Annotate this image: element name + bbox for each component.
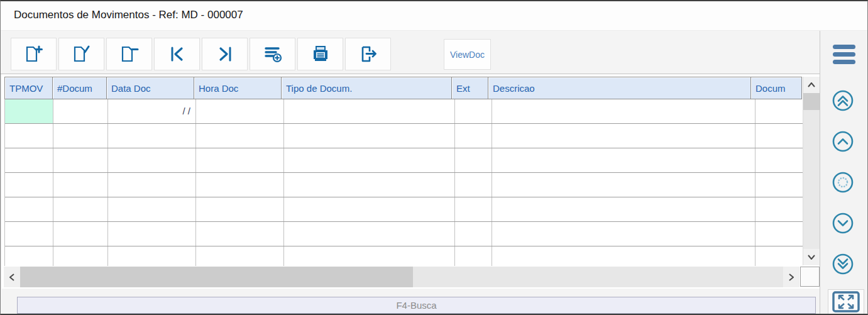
status-hint: F4-Busca <box>396 300 436 311</box>
table-cell[interactable] <box>5 197 53 221</box>
table-cell[interactable] <box>284 246 455 266</box>
column-header-data-doc[interactable]: Data Doc <box>106 77 194 99</box>
horizontal-scrollbar[interactable] <box>4 267 799 287</box>
table-cell[interactable] <box>53 99 108 123</box>
column-header-descricao[interactable]: Descricao <box>488 77 751 99</box>
table-cell[interactable] <box>492 222 755 246</box>
document-minus-icon <box>119 45 140 64</box>
scroll-current-button[interactable] <box>832 171 854 194</box>
scroll-previous-button[interactable] <box>832 130 854 153</box>
table-cell[interactable] <box>755 124 803 148</box>
table-row <box>5 148 803 173</box>
menu-button[interactable] <box>825 37 863 71</box>
add-list-button[interactable] <box>250 38 295 70</box>
table-cell[interactable] <box>284 124 455 148</box>
table-cell[interactable] <box>755 197 803 221</box>
delete-document-button[interactable] <box>106 38 152 70</box>
table-cell[interactable] <box>5 246 53 266</box>
viewdoc-button[interactable]: ViewDoc <box>444 39 491 70</box>
table-cell[interactable] <box>455 222 492 246</box>
column-header-tipo-de-docum-[interactable]: Tipo de Docum. <box>281 77 452 99</box>
table-cell[interactable] <box>196 124 284 148</box>
table-cell[interactable] <box>284 173 455 197</box>
table-cell[interactable] <box>455 124 492 148</box>
vertical-scrollbar-thumb[interactable] <box>803 93 820 110</box>
table-cell[interactable] <box>196 197 284 221</box>
table-cell[interactable] <box>455 99 492 123</box>
table-cell[interactable] <box>196 99 284 123</box>
table-cell[interactable] <box>284 99 455 123</box>
table-cell[interactable] <box>108 173 196 197</box>
toolbar: ViewDoc <box>1 31 867 74</box>
table-cell[interactable] <box>284 197 455 221</box>
table-cell[interactable] <box>492 173 755 197</box>
table-cell[interactable] <box>492 246 755 266</box>
scroll-last-button[interactable] <box>832 253 854 275</box>
column-header-ext[interactable]: Ext <box>451 77 488 99</box>
scroll-left-arrow-icon[interactable] <box>4 267 20 287</box>
table-cell[interactable] <box>492 197 755 221</box>
table-cell[interactable] <box>5 148 53 172</box>
table-cell[interactable] <box>108 124 196 148</box>
table-cell[interactable] <box>755 246 803 266</box>
last-record-icon <box>216 45 234 63</box>
table-cell[interactable] <box>755 173 803 197</box>
table-cell[interactable] <box>5 99 53 123</box>
edit-document-button[interactable] <box>58 38 104 70</box>
table-cell[interactable] <box>755 99 803 123</box>
table-cell[interactable] <box>492 124 755 148</box>
exit-button[interactable] <box>345 38 391 70</box>
toolbar-button-group <box>11 38 391 70</box>
table-cell[interactable] <box>5 124 53 148</box>
table-cell[interactable] <box>755 222 803 246</box>
column-header-docum[interactable]: Docum <box>750 77 802 99</box>
scroll-next-button[interactable] <box>832 212 854 235</box>
table-cell[interactable] <box>284 148 455 172</box>
scroll-right-arrow-icon[interactable] <box>783 267 799 287</box>
document-plus-icon <box>23 45 45 64</box>
table-cell[interactable] <box>455 246 492 266</box>
table-cell[interactable] <box>755 148 803 172</box>
table-cell[interactable] <box>5 222 53 246</box>
table-cell[interactable] <box>492 99 755 123</box>
table-cell[interactable] <box>108 148 196 172</box>
table-cell[interactable] <box>53 197 108 221</box>
table-cell[interactable] <box>284 222 455 246</box>
hamburger-menu-icon <box>833 45 855 49</box>
table-cell[interactable] <box>53 148 108 172</box>
scroll-down-arrow-icon[interactable] <box>803 249 820 265</box>
expand-window-button[interactable] <box>828 289 864 314</box>
scroll-first-button[interactable] <box>832 89 854 112</box>
horizontal-scrollbar-thumb[interactable] <box>20 267 413 287</box>
table-cell[interactable] <box>108 246 196 266</box>
column-header--docum[interactable]: #Docum <box>52 77 107 99</box>
table-cell[interactable] <box>455 148 492 172</box>
table-cell[interactable] <box>53 173 108 197</box>
last-record-button[interactable] <box>202 38 248 70</box>
first-record-button[interactable] <box>154 38 200 70</box>
column-header-hora-doc[interactable]: Hora Doc <box>194 77 282 99</box>
scroll-up-arrow-icon[interactable] <box>803 77 820 93</box>
window-title: Documentos de Movimentos - Ref: MD - 000… <box>1 1 867 21</box>
table-cell[interactable] <box>53 124 108 148</box>
table-row <box>5 124 803 148</box>
table-cell[interactable] <box>196 246 284 266</box>
scrollbar-corner <box>800 267 820 287</box>
chevron-down-icon <box>832 212 854 235</box>
table-cell[interactable] <box>455 173 492 197</box>
table-cell[interactable] <box>108 197 196 221</box>
table-cell[interactable] <box>492 148 755 172</box>
table-cell[interactable] <box>53 246 108 266</box>
table-cell[interactable] <box>196 173 284 197</box>
table-cell[interactable] <box>455 197 492 221</box>
new-document-button[interactable] <box>11 38 57 70</box>
table-cell[interactable] <box>108 222 196 246</box>
vertical-scrollbar[interactable] <box>803 77 820 265</box>
table-cell[interactable] <box>196 148 284 172</box>
table-cell[interactable] <box>196 222 284 246</box>
table-cell[interactable] <box>5 173 53 197</box>
column-header-tpmov[interactable]: TPMOV <box>4 77 53 99</box>
table-cell[interactable] <box>53 222 108 246</box>
table-cell[interactable]: / / <box>108 99 196 123</box>
print-button[interactable] <box>297 38 343 70</box>
